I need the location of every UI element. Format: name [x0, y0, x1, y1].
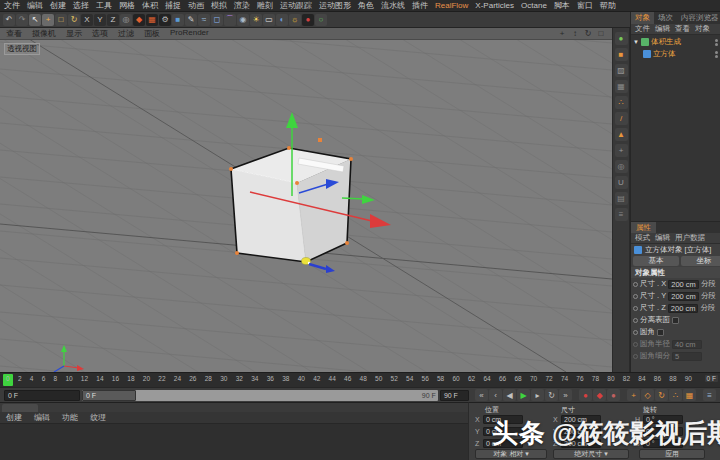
- manager-tab[interactable]: 场次: [654, 12, 677, 24]
- attribute-menu-item[interactable]: 模式: [635, 233, 650, 243]
- menu-item[interactable]: 渲染: [234, 0, 250, 11]
- attribute-checkbox[interactable]: [657, 329, 664, 336]
- menu-item[interactable]: 角色: [358, 0, 374, 11]
- quantize-icon[interactable]: ▤: [615, 192, 628, 205]
- menu-item[interactable]: X-Particles: [475, 1, 514, 10]
- secondary-green-arrow[interactable]: [342, 198, 364, 199]
- viewport-menu-item[interactable]: 摄像机: [32, 28, 56, 39]
- keyframe-dot-icon[interactable]: [633, 354, 638, 359]
- material-menu-item[interactable]: 编辑: [34, 412, 50, 423]
- coordinate-system-icon[interactable]: ◎: [120, 14, 132, 26]
- redo-icon[interactable]: ↷: [16, 14, 28, 26]
- record-objects-icon[interactable]: ●: [579, 389, 592, 401]
- x-axis-lock-icon[interactable]: X: [81, 14, 93, 26]
- material-tab[interactable]: [2, 404, 38, 412]
- toggle-view-icon[interactable]: □: [596, 29, 606, 39]
- menu-item[interactable]: RealFlow: [435, 1, 468, 10]
- snap-icon[interactable]: U: [615, 176, 628, 189]
- palette-settings-icon[interactable]: ≡: [615, 208, 628, 221]
- viewport[interactable]: 查看摄像机显示选项过滤面板ProRender +↕↻□ 透视视图: [0, 28, 612, 372]
- y-axis-lock-icon[interactable]: Y: [94, 14, 106, 26]
- timeline-slider[interactable]: 0 F 90 F: [82, 390, 438, 401]
- viewport-canvas[interactable]: [0, 28, 612, 372]
- rotate-tool-icon[interactable]: ↻: [68, 14, 80, 26]
- prev-key-icon[interactable]: ‹: [489, 389, 502, 401]
- workplane-mode-icon[interactable]: ▦: [615, 80, 628, 93]
- attribute-field[interactable]: 40 cm: [672, 340, 702, 349]
- menu-item[interactable]: 文件: [4, 0, 20, 11]
- material-menu-item[interactable]: 纹理: [90, 412, 106, 423]
- autokey-icon[interactable]: ◆: [593, 389, 606, 401]
- attribute-menu-item[interactable]: 用户数据: [675, 233, 705, 243]
- menu-item[interactable]: 体积: [142, 0, 158, 11]
- playback-settings-icon[interactable]: ≡: [703, 389, 716, 401]
- next-frame-icon[interactable]: ▸: [531, 389, 544, 401]
- menu-item[interactable]: 动画: [188, 0, 204, 11]
- menu-item[interactable]: 工具: [96, 0, 112, 11]
- menu-item[interactable]: 雕刻: [257, 0, 273, 11]
- menu-item[interactable]: 网格: [119, 0, 135, 11]
- goto-end-icon[interactable]: »: [559, 389, 572, 401]
- manager-tab[interactable]: 内容浏览器: [677, 12, 720, 24]
- light-icon[interactable]: ☀: [250, 14, 262, 26]
- menu-item[interactable]: 创建: [50, 0, 66, 11]
- zoom-view-icon[interactable]: ↕: [570, 29, 580, 39]
- floor-icon[interactable]: ▭: [263, 14, 275, 26]
- goto-start-icon[interactable]: «: [475, 389, 488, 401]
- viewport-menu-item[interactable]: 查看: [6, 28, 22, 39]
- render-region-icon[interactable]: ▦: [146, 14, 158, 26]
- scale-tool-icon[interactable]: □: [55, 14, 67, 26]
- menu-item[interactable]: 模拟: [211, 0, 227, 11]
- loop-icon[interactable]: ↻: [545, 389, 558, 401]
- key-pla-icon[interactable]: ▦: [683, 389, 696, 401]
- keyframe-dot-icon[interactable]: [633, 294, 638, 299]
- bend-deformer-icon[interactable]: ⌒: [224, 14, 236, 26]
- scale-handle[interactable]: [318, 138, 322, 142]
- object-row-cube[interactable]: 立方体: [631, 48, 720, 60]
- timeline-ruler[interactable]: 0246810121416182022242628303234363840424…: [0, 372, 720, 387]
- viewport-menu-item[interactable]: 选项: [92, 28, 108, 39]
- menu-item[interactable]: 运动跟踪: [280, 0, 312, 11]
- environment-icon[interactable]: ○: [315, 14, 327, 26]
- cube-primitive-icon[interactable]: ■: [172, 14, 184, 26]
- physical-sky-icon[interactable]: ☼: [289, 14, 301, 26]
- object-manager-menu-item[interactable]: 对象: [695, 24, 710, 34]
- keyframe-selection-icon[interactable]: ●: [607, 389, 620, 401]
- sky-icon[interactable]: ◐: [276, 14, 288, 26]
- pen-tool-icon[interactable]: ✎: [185, 14, 197, 26]
- viewport-menu-item[interactable]: 过滤: [118, 28, 134, 39]
- solo-mode-icon[interactable]: ◎: [615, 160, 628, 173]
- end-frame-field[interactable]: 90 F: [440, 390, 469, 401]
- tab-attributes[interactable]: 属性: [631, 222, 656, 233]
- key-rotation-icon[interactable]: ↻: [655, 389, 668, 401]
- object-manager-menu-item[interactable]: 查看: [675, 24, 690, 34]
- point-mode-icon[interactable]: ∴: [615, 96, 628, 109]
- manager-tab[interactable]: 对象: [631, 12, 654, 24]
- model-mode-icon[interactable]: ■: [615, 48, 628, 61]
- menu-item[interactable]: 捕捉: [165, 0, 181, 11]
- move-tool-icon[interactable]: +: [42, 14, 54, 26]
- object-name[interactable]: 体积生成: [651, 37, 681, 47]
- axis-mode-icon[interactable]: +: [615, 144, 628, 157]
- texture-mode-icon[interactable]: ▨: [615, 64, 628, 77]
- key-scale-icon[interactable]: ◇: [641, 389, 654, 401]
- background-icon[interactable]: ●: [302, 14, 314, 26]
- visibility-dots[interactable]: [715, 39, 718, 46]
- key-parameter-icon[interactable]: ∴: [669, 389, 682, 401]
- undo-icon[interactable]: ↶: [3, 14, 15, 26]
- render-settings-icon[interactable]: ⚙: [159, 14, 171, 26]
- menu-item[interactable]: 编辑: [27, 0, 43, 11]
- menu-item[interactable]: 插件: [412, 0, 428, 11]
- object-name[interactable]: 立方体: [653, 49, 676, 59]
- keyframe-dot-icon[interactable]: [633, 330, 638, 335]
- key-position-icon[interactable]: +: [627, 389, 640, 401]
- subdivision-surface-icon[interactable]: ◻: [211, 14, 223, 26]
- timeline-slider-thumb[interactable]: 0 F: [82, 390, 136, 401]
- live-selection-icon[interactable]: ↖: [29, 14, 41, 26]
- object-manager-menu-item[interactable]: 文件: [635, 24, 650, 34]
- visibility-dots[interactable]: [715, 51, 718, 58]
- play-icon[interactable]: ▶: [517, 389, 530, 401]
- make-editable-icon[interactable]: ●: [615, 32, 628, 45]
- material-menu-item[interactable]: 创建: [6, 412, 22, 423]
- keyframe-dot-icon[interactable]: [633, 342, 638, 347]
